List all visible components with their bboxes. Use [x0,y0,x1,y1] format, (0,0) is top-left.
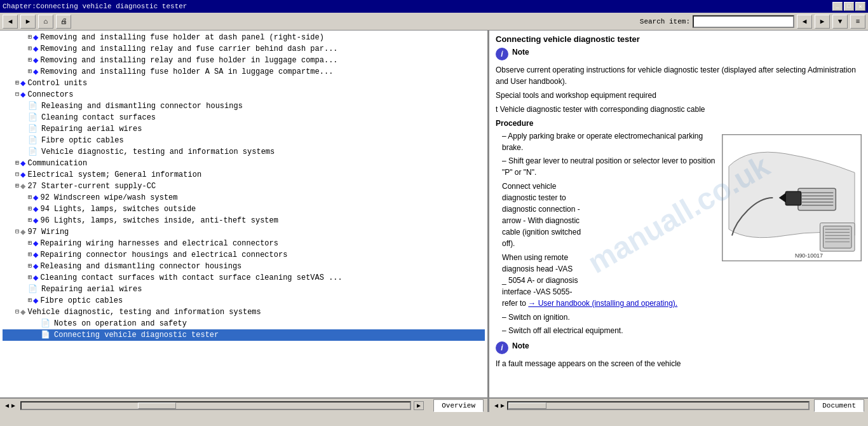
list-item[interactable]: ⊞ ◆ Removing and installing relay and fu… [3,43,485,55]
title-bar: Chapter:Connecting vehicle diagnostic te… [0,0,868,13]
bottom-container: ◀ ▶ ▶ Overview ◀ ▶ Document [0,398,868,412]
close-button[interactable]: ✕ [855,2,865,11]
doc-icon: 📄 [28,112,37,123]
forward-button[interactable]: ▶ [20,15,36,29]
book-icon: ◆ [20,169,25,181]
expand-icon: ⊞ [28,32,32,43]
list-item[interactable]: ⊟ ◆ Vehicle diagnostic, testing and info… [3,306,485,318]
list-item[interactable]: 📄 Fibre optic cables [3,135,485,146]
toc-scroll[interactable]: ⊞ ◆ Removing and installing fuse holder … [0,31,487,397]
list-item[interactable]: ⊞ ◆ Repairing connector housings and ele… [3,249,485,261]
window-title: Chapter:Connecting vehicle diagnostic te… [3,3,187,10]
list-item[interactable]: ⊞ ◆ 96 Lights, lamps, switches inside, a… [3,215,485,226]
search-label: Search item: [640,18,690,25]
back-button[interactable]: ◀ [3,15,18,29]
user-handbook-link[interactable]: → User handbook (installing and operatin… [528,299,677,308]
scroll-right-arrow[interactable]: ▶ [10,402,17,409]
book-icon: ◆ [33,66,38,78]
minimize-button[interactable]: _ [832,2,843,11]
expand-icon: ⊞ [28,203,32,215]
maximize-button[interactable]: □ [844,2,854,11]
expand-icon: ⊞ [28,249,32,261]
expand-icon: ⊞ [28,272,32,284]
scroll-left-arrow-right[interactable]: ◀ [493,402,499,409]
doc-icon: 📄 [28,146,37,158]
list-item[interactable]: ⊞ ◆ Releasing and dismantling connector … [3,261,485,272]
home-button[interactable]: ⌂ [38,15,53,29]
horizontal-scrollbar-right[interactable] [507,401,810,410]
list-item[interactable]: 📄 Vehicle diagnostic, testing and inform… [3,146,485,158]
note-box-2: i Note [496,341,862,354]
book-icon: ◆ [33,192,38,203]
list-item[interactable]: 📄 Repairing aerial wires [3,123,485,135]
horizontal-scrollbar-left[interactable] [20,401,411,410]
book-icon: ◆ [33,295,38,306]
note2-label: Note [512,341,529,350]
expand-icon: ⊞ [28,43,32,55]
list-item[interactable]: ⊞ ◆ Control units [3,78,485,89]
list-item[interactable]: 📄 Notes on operation and safety [3,318,485,329]
scrollbar-thumb-right [508,402,546,409]
list-item[interactable]: ⊞ ◆ 92 Windscreen wipe/wash system [3,192,485,203]
expand-icon: ⊞ [15,78,19,89]
doc-icon: 📄 [28,100,37,112]
note1-label: Note [512,48,529,57]
content-panel: manuall.co.uk Connecting vehicle diagnos… [489,31,868,397]
list-item[interactable]: ⊟ ◆ Electrical system; General informati… [3,169,485,181]
diagram-svg: N90-10017 [722,135,861,261]
note-box-1: i Note [496,48,862,60]
options-button[interactable]: ≡ [850,15,865,29]
list-item[interactable]: 📄 Cleaning contact surfaces [3,112,485,123]
list-item[interactable]: ⊞ ◆ 94 Lights, lamps, switches outside [3,203,485,215]
search-next-button[interactable]: ▶ [815,15,830,29]
list-item[interactable]: ⊞ ◆ Repairing wiring harnesses and elect… [3,238,485,249]
scroll-nav-right: ◀ ▶ [492,402,507,409]
list-item[interactable]: ⊞ ◆ Removing and installing fuse holder … [3,32,485,43]
list-item[interactable]: ⊞ ◆ Fibre optic cables [3,295,485,306]
book-icon: ◆ [33,238,38,249]
list-item[interactable]: ⊞ ◆ Communication [3,158,485,169]
expand-icon: ⊞ [28,295,32,306]
list-item[interactable]: ⊞ ◆ Removing and installing relay and fu… [3,55,485,66]
book-icon: ◆ [20,226,25,238]
print-button[interactable]: 🖨 [56,15,71,29]
search-prev-button[interactable]: ◀ [797,15,812,29]
book-icon: ◆ [33,261,38,272]
list-item[interactable]: ⊟ ◆ 97 Wiring [3,226,485,238]
arrow-diagnostic: arrow - With diagnostic [502,216,580,225]
list-item[interactable]: ⊞ ◆ Cleaning contact surfaces with conta… [3,272,485,284]
expand-icon: ⊞ [28,238,32,249]
book-icon: ◆ [33,215,38,226]
diagram-container: N90-10017 [722,134,862,261]
scroll-nav: ◀ ▶ [3,402,18,409]
toolbar: ◀ ▶ ⌂ 🖨 Search item: ◀ ▶ ▼ ≡ [0,13,868,31]
expand-icon: ⊞ [28,261,32,272]
scroll-right-btn[interactable]: ▶ [414,401,424,410]
book-icon: ◆ [33,55,38,66]
list-item[interactable]: 📄 Connecting vehicle diagnostic tester [3,329,485,341]
dropdown-button[interactable]: ▼ [832,15,848,29]
list-item[interactable]: ⊟ ◆ Connectors [3,89,485,100]
expand-icon: ⊞ [28,55,32,66]
list-item[interactable]: 📄 Releasing and dismantling connector ho… [3,100,485,112]
list-item[interactable]: 📄 Repairing aerial wires [3,284,485,295]
expand-icon: ⊟ [15,306,19,318]
expand-icon: ⊞ [28,192,32,203]
book-icon: ◆ [20,158,25,169]
doc-icon: 📄 [28,284,37,295]
list-item[interactable]: ⊞ ◆ 27 Starter-current supply-CC [3,181,485,192]
main-container: ⊞ ◆ Removing and installing fuse holder … [0,31,868,398]
scroll-left-arrow[interactable]: ◀ [4,402,10,409]
tab-document[interactable]: Document [814,399,864,412]
search-input[interactable] [693,15,794,28]
tab-overview[interactable]: Overview [433,399,484,412]
book-icon: ◆ [20,306,25,318]
doc-icon: 📄 [41,318,50,329]
tool-item: t Vehicle diagnostic tester with corresp… [496,104,862,115]
scroll-right-arrow-right[interactable]: ▶ [499,402,506,409]
step-5: – Switch on ignition. [496,312,862,323]
list-item[interactable]: ⊞ ◆ Removing and installing fuse holder … [3,66,485,78]
scrollbar-thumb [138,402,176,409]
expand-icon: ⊞ [15,181,19,192]
expand-icon: ⊟ [15,89,19,100]
